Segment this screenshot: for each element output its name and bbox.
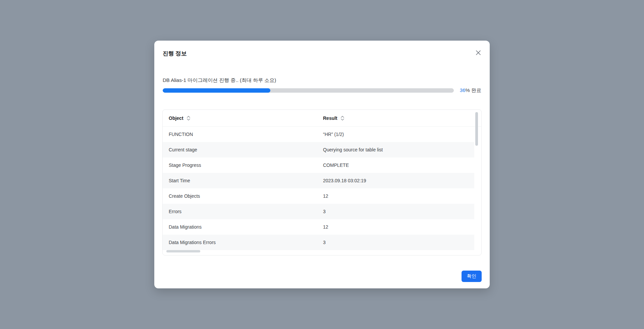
close-button[interactable] [474,48,483,57]
cell-result: 3 [323,240,474,245]
progress-bar-fill [163,88,270,93]
cell-result: 3 [323,209,474,214]
cell-result: COMPLETE [323,162,474,168]
confirm-button[interactable]: 확인 [462,271,482,282]
horizontal-scrollbar-thumb[interactable] [166,250,200,252]
table-row: Start Time2023.09.18 03:02:19 [163,173,474,188]
table-row: Data Migrations Errors3 [163,235,474,250]
modal-backdrop: 진행 정보 DB Alias-1 마이그레이션 진행 중.. (최대 하루 소요… [0,0,644,329]
cell-result: 12 [323,224,474,230]
cell-object: Create Objects [163,193,323,199]
cell-object: Data Migrations [163,224,323,230]
table-row: Errors3 [163,204,474,219]
table-row: Data Migrations12 [163,219,474,235]
cell-result: 12 [323,193,474,199]
column-header-result-label: Result [323,115,337,121]
cell-result: Querying source for table list [323,147,474,152]
cell-result: “HR” (1/2) [323,132,474,137]
dialog-footer: 확인 [162,271,482,282]
progress-section: DB Alias-1 마이그레이션 진행 중.. (최대 하루 소요) 36% … [162,77,482,94]
dialog-header: 진행 정보 [162,49,482,57]
results-table: Object Result FUNCTION“HR” (1/2)Current … [162,109,482,255]
dialog-title: 진행 정보 [162,49,187,57]
vertical-scrollbar-thumb[interactable] [475,112,478,146]
table-row: Current stageQuerying source for table l… [163,142,474,157]
cell-object: Data Migrations Errors [163,240,323,245]
cell-object: Current stage [163,147,323,152]
cell-result: 2023.09.18 03:02:19 [323,178,474,183]
table-row: Create Objects12 [163,188,474,204]
cell-object: Start Time [163,178,323,183]
progress-info-dialog: 진행 정보 DB Alias-1 마이그레이션 진행 중.. (최대 하루 소요… [154,41,490,288]
cell-object: FUNCTION [163,132,323,137]
sort-icon [341,116,344,121]
cell-object: Stage Progress [163,162,323,168]
progress-bar [163,88,454,93]
table-row: FUNCTION“HR” (1/2) [163,127,474,142]
table-row: Stage ProgressCOMPLETE [163,157,474,173]
progress-percent-number: 36 [460,87,466,93]
cell-object: Errors [163,209,323,214]
column-header-result[interactable]: Result [323,115,481,121]
migration-status-label: DB Alias-1 마이그레이션 진행 중.. (최대 하루 소요) [163,77,481,84]
progress-percent-label: 36% 완료 [454,87,481,94]
table-body: FUNCTION“HR” (1/2)Current stageQuerying … [163,127,481,250]
column-header-object-label: Object [169,115,183,121]
close-icon [475,50,481,56]
progress-percent-suffix: % 완료 [465,87,481,93]
table-header-row: Object Result [163,110,481,127]
sort-icon [187,116,190,121]
column-header-object[interactable]: Object [163,115,323,121]
